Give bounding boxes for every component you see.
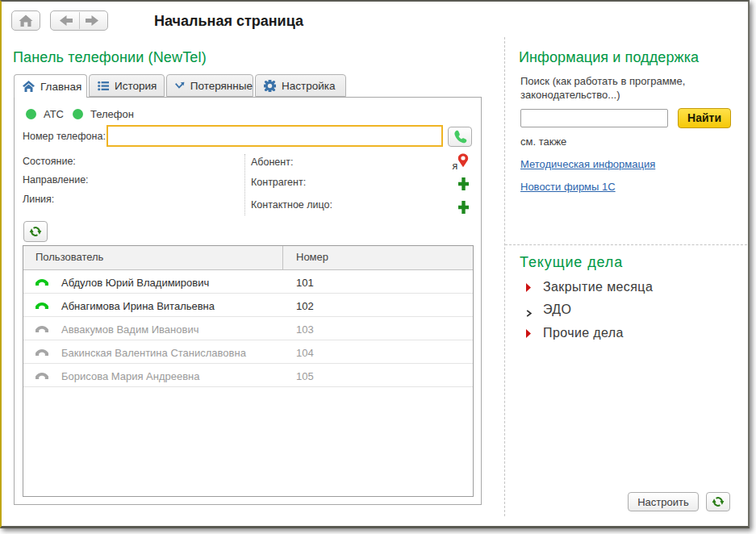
svg-text:я: я bbox=[453, 161, 458, 172]
